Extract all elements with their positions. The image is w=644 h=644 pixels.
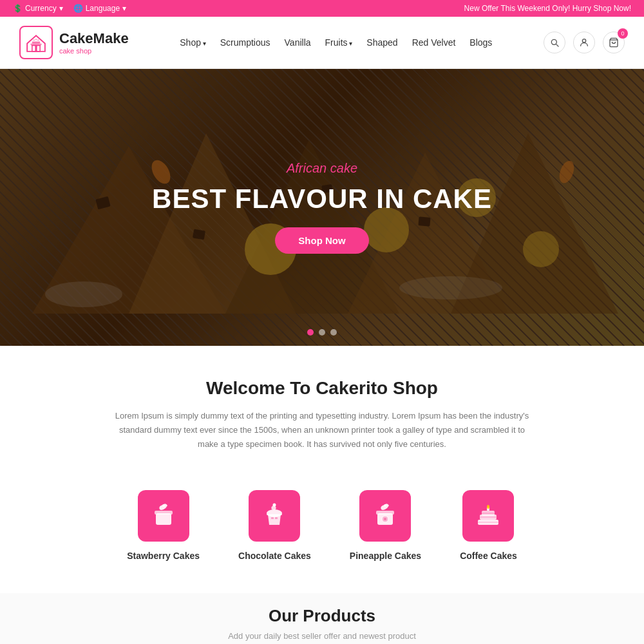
category-chocolate[interactable]: Chocolate Cakes <box>238 490 311 561</box>
pineapple-icon-box <box>359 490 411 542</box>
logo-icon <box>19 26 53 59</box>
currency-icon: 💲 <box>13 4 23 13</box>
hero-section: African cake BEST FLAVOUR IN CAKE Shop N… <box>0 69 644 346</box>
cart-icon <box>609 37 619 48</box>
main-nav: Shop Scrumptious Vanilla Fruits Shaped R… <box>180 37 492 48</box>
language-selector[interactable]: 🌐 Language ▾ <box>73 4 126 13</box>
search-button[interactable] <box>544 32 565 53</box>
currency-label: Currency <box>25 4 57 13</box>
logo[interactable]: CakeMake cake shop <box>19 26 129 59</box>
header: CakeMake cake shop Shop Scrumptious Vani… <box>0 17 644 69</box>
hero-title: BEST FLAVOUR IN CAKE <box>152 184 492 214</box>
coffee-label: Coffee Cakes <box>460 551 517 561</box>
svg-point-35 <box>384 504 386 507</box>
top-bar: 💲 Currency ▾ 🌐 Language ▾ New Offer This… <box>0 0 644 17</box>
svg-rect-34 <box>376 511 394 515</box>
hero-cta-button[interactable]: Shop Now <box>275 227 368 254</box>
search-icon <box>549 37 560 48</box>
currency-chevron: ▾ <box>59 4 63 13</box>
language-label: Language <box>86 4 120 13</box>
hero-content: African cake BEST FLAVOUR IN CAKE Shop N… <box>0 69 644 346</box>
svg-rect-2 <box>31 44 42 46</box>
hero-dot-2[interactable] <box>319 329 325 336</box>
currency-selector[interactable]: 💲 Currency ▾ <box>13 4 63 13</box>
category-coffee[interactable]: Coffee Cakes <box>460 490 517 561</box>
account-icon <box>579 37 589 48</box>
hero-subtitle: African cake <box>287 161 357 176</box>
strawberry-label: Stawberry Cakes <box>127 551 200 561</box>
logo-text: CakeMake cake shop <box>59 30 129 55</box>
hero-dot-3[interactable] <box>330 329 337 336</box>
svg-point-37 <box>384 518 386 520</box>
account-button[interactable] <box>573 32 595 53</box>
welcome-description: Lorem Ipsum is simply dummy text of the … <box>113 409 531 451</box>
category-strawberry[interactable]: Stawberry Cakes <box>127 490 200 561</box>
logo-svg <box>23 30 49 55</box>
products-heading: Our Products <box>19 606 625 626</box>
svg-rect-31 <box>271 517 274 519</box>
nav-shaped[interactable]: Shaped <box>366 37 397 48</box>
chocolate-cake-icon <box>260 502 289 530</box>
coffee-icon-box <box>462 490 514 542</box>
svg-point-29 <box>267 509 282 517</box>
svg-rect-0 <box>32 46 35 52</box>
svg-rect-26 <box>156 513 171 525</box>
svg-point-7 <box>582 39 585 43</box>
svg-rect-27 <box>155 511 173 515</box>
language-chevron: ▾ <box>122 4 126 13</box>
svg-rect-3 <box>32 41 40 43</box>
category-pineapple[interactable]: Pineapple Cakes <box>350 490 421 561</box>
products-section: Our Products Add your daily best seller … <box>0 593 644 644</box>
pineapple-cake-icon <box>371 502 399 530</box>
categories-section: Stawberry Cakes Chocolate Cakes <box>0 464 644 593</box>
strawberry-icon-box <box>138 490 189 542</box>
pineapple-label: Pineapple Cakes <box>350 551 421 561</box>
nav-shop[interactable]: Shop <box>180 37 205 48</box>
nav-fruits[interactable]: Fruits <box>325 37 353 48</box>
nav-scrumptious[interactable]: Scrumptious <box>220 37 270 48</box>
welcome-section: Welcome To Cakerito Shop Lorem Ipsum is … <box>0 346 644 464</box>
svg-rect-32 <box>275 517 278 519</box>
chocolate-label: Chocolate Cakes <box>238 551 311 561</box>
nav-red-velvet[interactable]: Red Velvet <box>412 37 456 48</box>
coffee-cake-icon <box>474 502 502 530</box>
cart-count: 0 <box>618 28 628 39</box>
logo-name: CakeMake <box>59 30 129 47</box>
chocolate-icon-box <box>249 490 300 542</box>
language-icon: 🌐 <box>73 4 83 13</box>
products-subheading: Add your daily best seller offer and new… <box>19 631 625 641</box>
hero-dots <box>307 329 337 336</box>
promo-text: New Offer This Weekend Only! Hurry Shop … <box>464 4 631 13</box>
logo-tagline: cake shop <box>59 47 129 55</box>
welcome-heading: Welcome To Cakerito Shop <box>19 378 625 399</box>
hero-dot-1[interactable] <box>307 329 314 336</box>
svg-point-45 <box>487 505 489 509</box>
svg-rect-1 <box>37 46 40 52</box>
strawberry-cake-icon <box>149 502 178 530</box>
svg-point-30 <box>273 504 276 507</box>
svg-point-28 <box>162 504 165 507</box>
header-icons: 0 <box>544 32 625 53</box>
top-bar-left: 💲 Currency ▾ 🌐 Language ▾ <box>13 4 126 13</box>
nav-vanilla[interactable]: Vanilla <box>285 37 311 48</box>
nav-blogs[interactable]: Blogs <box>469 37 492 48</box>
cart-button[interactable]: 0 <box>603 32 625 53</box>
